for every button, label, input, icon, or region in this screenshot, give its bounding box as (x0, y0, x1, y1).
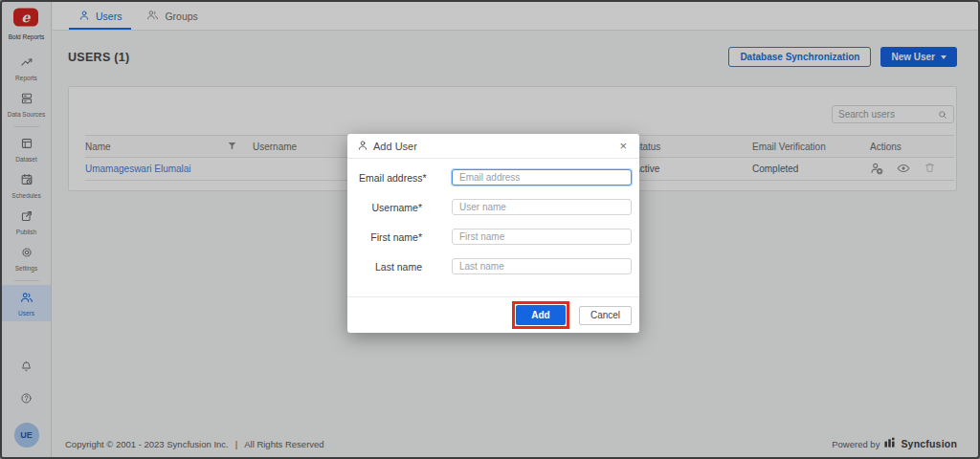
cancel-button[interactable]: Cancel (579, 306, 632, 325)
modal-header: Add User × (347, 134, 639, 159)
last-name-field[interactable] (452, 258, 632, 274)
add-button[interactable]: Add (516, 305, 566, 325)
email-address-label: Email address* (359, 172, 422, 184)
modal-footer: Add Cancel (347, 296, 639, 333)
modal-title: Add User (373, 141, 417, 152)
username-field[interactable] (452, 199, 632, 215)
username-label: Username* (359, 202, 422, 213)
add-user-modal: Add User × Email address* Username* Firs… (347, 134, 639, 333)
close-icon[interactable]: × (616, 138, 630, 154)
last-name-label: Last name (359, 261, 422, 273)
first-name-field[interactable] (452, 229, 632, 245)
annotation-highlight-box: Add (512, 301, 569, 329)
add-user-icon (357, 140, 368, 153)
modal-body: Email address* Username* First name* Las… (347, 159, 639, 296)
email-address-field[interactable] (452, 169, 632, 186)
first-name-label: First name* (359, 231, 422, 243)
